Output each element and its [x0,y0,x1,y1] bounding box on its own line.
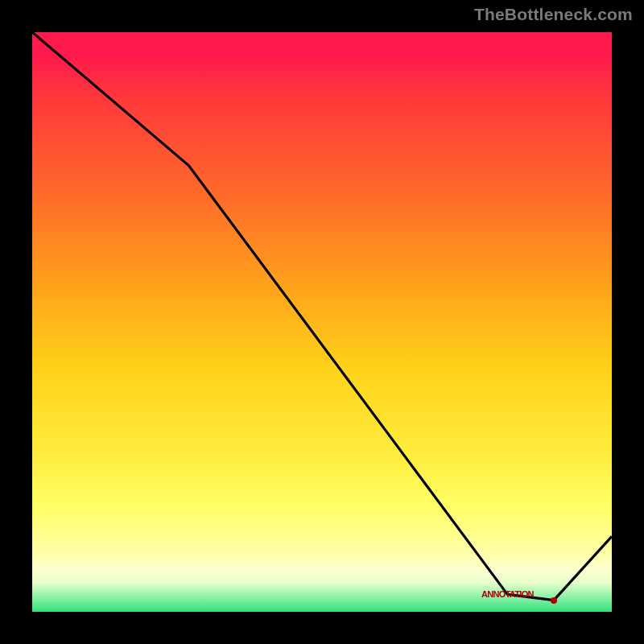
plot-area: ANNOTATION [32,32,612,612]
watermark-text: TheBottleneck.com [474,5,633,24]
bottleneck-line [32,32,612,601]
chart-frame: TheBottleneck.com ANNOTATION [0,0,644,644]
annotation-dot [551,597,557,604]
annotation-label: ANNOTATION [481,589,534,599]
line-svg [32,32,612,612]
